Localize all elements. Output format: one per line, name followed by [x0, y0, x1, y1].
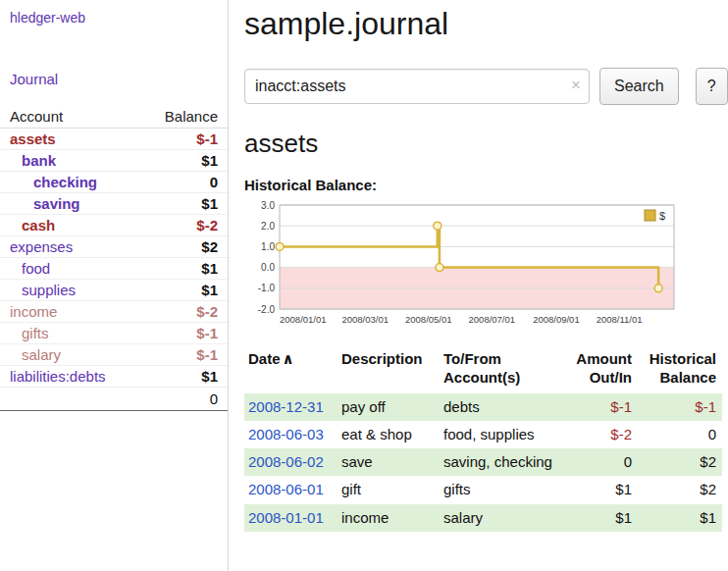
accounts-header-row: Account Balance	[0, 105, 228, 129]
search-input[interactable]	[244, 69, 590, 104]
main-content: sample.journal × Search ? assets Histori…	[229, 0, 728, 571]
account-row-saving: saving $1	[0, 193, 228, 215]
register-row-5: 2008-01-01 income salary $1 $1	[244, 504, 722, 532]
account-row-food: food $1	[0, 258, 228, 280]
svg-text:2008/07/01: 2008/07/01	[469, 314, 516, 325]
transaction-description: income	[338, 504, 440, 532]
accounts-total-spacer	[0, 388, 139, 411]
register-row-2: 2008-06-03 eat & shop food, supplies $-2…	[244, 421, 722, 448]
svg-text:0.0: 0.0	[261, 262, 275, 273]
account-heading: assets	[244, 129, 728, 159]
register-header-row: Date∧ Description To/From Account(s) Amo…	[244, 346, 722, 393]
account-row-income: income $-2	[0, 301, 228, 323]
account-balance-assets: $-1	[139, 129, 228, 150]
account-row-salary: salary $-1	[0, 344, 228, 366]
account-balance-gifts: $-1	[139, 323, 228, 344]
tofrom-header: To/From Account(s)	[440, 346, 567, 393]
description-header: Description	[338, 346, 440, 393]
amount-header: Amount Out/In	[567, 346, 638, 393]
register-row-4: 2008-06-01 gift gifts $1 $2	[244, 476, 722, 503]
account-balance-salary: $-1	[139, 344, 228, 366]
account-balance-food: $1	[139, 258, 228, 280]
accounts-total-value: 0	[139, 388, 228, 411]
account-link-liabilities-debts[interactable]: liabilities:debts	[10, 368, 106, 385]
account-balance-saving: $1	[139, 193, 228, 215]
svg-text:2008/09/01: 2008/09/01	[533, 314, 580, 325]
svg-text:1.0: 1.0	[261, 241, 275, 252]
account-link-saving[interactable]: saving	[33, 195, 80, 212]
transaction-amount: $-2	[567, 421, 638, 448]
account-row-gifts: gifts $-1	[0, 323, 228, 344]
transaction-accounts: food, supplies	[440, 421, 567, 448]
svg-text:-1.0: -1.0	[258, 283, 276, 293]
account-link-income[interactable]: income	[10, 303, 57, 320]
account-balance-liabilities-debts: $1	[139, 366, 228, 388]
transaction-accounts: saving, checking	[440, 448, 567, 476]
account-row-liabilities-debts: liabilities:debts $1	[0, 366, 228, 388]
account-link-expenses[interactable]: expenses	[10, 238, 73, 255]
sort-ascending-icon: ∧	[283, 350, 294, 367]
clear-search-icon[interactable]: ×	[571, 77, 581, 93]
historical-balance-chart: 3.02.01.00.0-1.0-2.02008/01/012008/03/01…	[244, 199, 728, 337]
help-button[interactable]: ?	[696, 68, 728, 105]
account-link-bank[interactable]: bank	[22, 152, 56, 169]
search-bar: × Search ?	[244, 68, 728, 105]
sort-by-date-header[interactable]: Date∧	[244, 346, 338, 393]
balance-header: Historical Balance	[638, 346, 722, 393]
account-link-cash[interactable]: cash	[22, 217, 55, 234]
transaction-accounts: gifts	[440, 476, 567, 503]
svg-text:2008/11/01: 2008/11/01	[597, 314, 643, 325]
chart-title: Historical Balance:	[244, 177, 728, 193]
transaction-date-link[interactable]: 2008-06-02	[248, 453, 324, 470]
transaction-date-link[interactable]: 2008-01-01	[248, 509, 324, 526]
account-balance-cash: $-2	[139, 215, 228, 236]
svg-text:2008/01/01: 2008/01/01	[280, 314, 327, 325]
search-button[interactable]: Search	[599, 68, 679, 105]
account-link-supplies[interactable]: supplies	[22, 282, 76, 298]
transaction-balance: $-1	[638, 393, 722, 421]
transaction-amount: $1	[567, 504, 638, 532]
account-link-gifts[interactable]: gifts	[22, 325, 49, 341]
account-row-assets: assets $-1	[0, 129, 228, 150]
account-link-checking[interactable]: checking	[33, 174, 97, 190]
transaction-accounts: debts	[440, 393, 567, 421]
svg-text:-2.0: -2.0	[258, 304, 276, 315]
account-link-food[interactable]: food	[22, 260, 50, 277]
register-row-1: 2008-12-31 pay off debts $-1 $-1	[244, 393, 722, 421]
chart-canvas: 3.02.01.00.0-1.0-2.02008/01/012008/03/01…	[244, 199, 682, 333]
account-balance-checking: 0	[139, 172, 228, 193]
account-link-salary[interactable]: salary	[22, 346, 61, 363]
transaction-balance: $2	[638, 476, 722, 503]
account-row-cash: cash $-2	[0, 215, 228, 236]
svg-text:$: $	[659, 210, 665, 222]
transaction-date-link[interactable]: 2008-12-31	[248, 398, 324, 415]
account-row-supplies: supplies $1	[0, 280, 228, 301]
account-row-expenses: expenses $2	[0, 236, 228, 258]
svg-text:2.0: 2.0	[261, 221, 275, 232]
search-box: ×	[244, 69, 590, 104]
transaction-description: gift	[338, 476, 440, 503]
register-row-3: 2008-06-02 save saving, checking 0 $2	[244, 448, 722, 476]
transaction-date-link[interactable]: 2008-06-03	[248, 426, 324, 442]
svg-text:2008/05/01: 2008/05/01	[405, 314, 452, 325]
app-title-link[interactable]: hledger-web	[0, 8, 228, 27]
transaction-date-link[interactable]: 2008-06-01	[248, 481, 324, 497]
svg-text:3.0: 3.0	[261, 200, 275, 211]
accounts-header-account: Account	[0, 105, 139, 129]
transaction-description: pay off	[338, 393, 440, 421]
account-balance-income: $-2	[139, 301, 228, 323]
svg-text:2008/03/01: 2008/03/01	[341, 314, 389, 325]
account-row-bank: bank $1	[0, 150, 228, 172]
date-header-label: Date	[248, 350, 281, 367]
account-balance-supplies: $1	[139, 280, 228, 301]
account-link-assets[interactable]: assets	[10, 130, 56, 147]
accounts-header-balance: Balance	[139, 105, 228, 129]
account-row-checking: checking 0	[0, 172, 228, 193]
accounts-total-row: 0	[0, 388, 228, 411]
transaction-amount: 0	[567, 448, 638, 476]
register-table: Date∧ Description To/From Account(s) Amo…	[244, 346, 722, 532]
nav-journal-link[interactable]: Journal	[0, 69, 228, 89]
sidebar: hledger-web Journal Account Balance asse…	[0, 0, 229, 571]
account-balance-bank: $1	[139, 150, 228, 172]
transaction-balance: $2	[638, 448, 722, 476]
